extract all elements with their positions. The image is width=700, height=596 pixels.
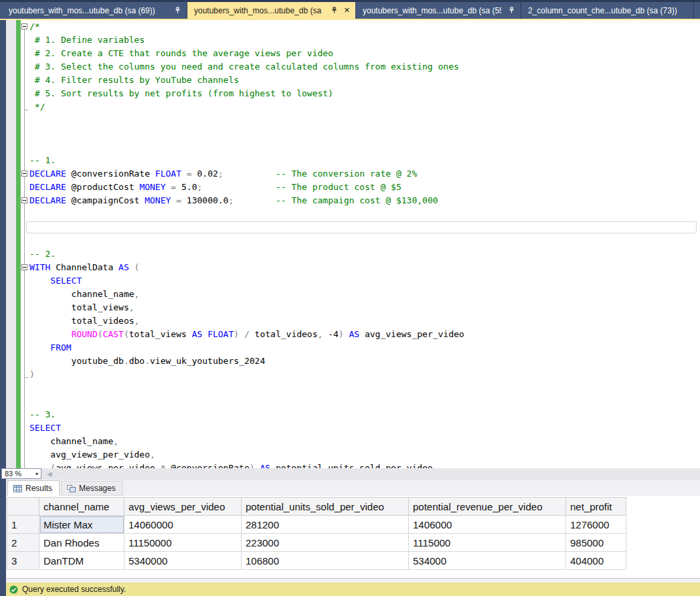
code-line-30: -- 3. — [6, 408, 700, 421]
editor-zoom-combo[interactable]: 83 % ▾ — [1, 468, 41, 479]
grid-row-header[interactable]: 2 — [7, 534, 39, 552]
document-tab-1[interactable]: youtubers_with_mos...utube_db (sa (69)) — [2, 2, 187, 19]
grid-cell[interactable]: Mister Max — [39, 516, 124, 534]
fold-collapse-box[interactable] — [21, 264, 27, 270]
close-icon[interactable]: ✕ — [344, 7, 350, 14]
code-line-4: # 3. Select the columns you need and cre… — [6, 60, 700, 74]
grid-column-header-avg_views_per_video[interactable]: avg_views_per_video — [124, 498, 242, 516]
code-text: DECLARE @productCost MONEY = 5.0; -- The… — [29, 181, 402, 194]
fold-region-end — [24, 110, 28, 110]
code-text: # 3. Select the columns you need and cre… — [29, 60, 459, 74]
code-token: ; — [218, 169, 224, 179]
code-token — [224, 169, 276, 179]
code-text: (avg_views_per_video * @conversionRate) … — [29, 462, 433, 468]
code-line-28 — [6, 381, 700, 395]
fold-collapse-box[interactable] — [21, 197, 27, 203]
code-line-3: # 2. Create a CTE that rounds the averag… — [6, 47, 700, 60]
grid-cell[interactable]: 281200 — [242, 516, 409, 534]
document-tab-title: youtubers_with_mos...utube_db (sa (56)) — [194, 6, 324, 15]
document-tab-4[interactable]: 2_column_count_che...utube_db (sa (73)) — [521, 2, 694, 19]
code-lines: /* # 1. Define variables # 2. Create a C… — [6, 20, 700, 468]
grid-cell[interactable]: 106800 — [242, 552, 409, 570]
code-token: FLOAT — [207, 329, 234, 339]
grid-cell[interactable]: 1115000 — [409, 534, 566, 552]
grid-cell[interactable]: 5340000 — [124, 552, 242, 570]
results-grid-icon — [13, 485, 22, 492]
code-token: total_views — [129, 329, 192, 339]
editor-horizontal-scrollbar[interactable] — [6, 468, 700, 480]
code-text: -- 1. — [29, 154, 56, 167]
grid-cell[interactable]: DanTDM — [39, 552, 124, 570]
code-token: youtube_db — [29, 356, 124, 366]
grid-body: 1Mister Max14060000281200140600012760002… — [7, 516, 626, 570]
code-text: DECLARE @conversionRate FLOAT = 0.02; --… — [29, 167, 417, 181]
code-line-7: */ — [6, 100, 700, 114]
code-token: # 4. Filter results by YouTube channels — [29, 75, 239, 85]
grid-cell[interactable]: 404000 — [566, 552, 626, 570]
code-line-34: (avg_views_per_video * @conversionRate) … — [6, 462, 700, 468]
pin-icon[interactable] — [331, 7, 338, 14]
pin-icon[interactable] — [508, 7, 515, 14]
grid-cell[interactable]: 11150000 — [124, 534, 242, 552]
code-token: MONEY — [145, 195, 171, 205]
grid-row-header[interactable]: 3 — [7, 552, 39, 570]
tab-results[interactable]: Results — [7, 480, 60, 496]
code-token: ) — [250, 463, 260, 468]
grid-cell[interactable]: 1406000 — [409, 516, 566, 534]
grid-cell[interactable]: Dan Rhodes — [39, 534, 124, 552]
document-tab-3[interactable]: youtubers_with_mos...utube_db (sa (55)) — [356, 2, 521, 19]
code-line-27: ) — [6, 368, 700, 381]
grid-cell[interactable]: 534000 — [409, 552, 566, 570]
code-line-23: total_videos, — [6, 314, 700, 328]
grid-row-header[interactable]: 1 — [7, 516, 39, 534]
sql-editor-surface[interactable]: /* # 1. Define variables # 2. Create a C… — [6, 20, 700, 468]
chevron-down-icon[interactable]: ▾ — [35, 471, 38, 477]
success-check-icon — [9, 585, 18, 594]
tab-results-label: Results — [25, 484, 52, 493]
code-line-25: FROM — [6, 341, 700, 355]
tab-messages[interactable]: Messages — [61, 481, 123, 496]
code-token: , — [150, 450, 155, 460]
code-token: -- 1. — [29, 155, 56, 165]
fold-collapse-box[interactable] — [21, 171, 27, 177]
table-row: 3DanTDM5340000106800534000404000 — [7, 552, 626, 570]
code-token: ) / — [234, 329, 254, 339]
fold-collapse-box[interactable] — [21, 23, 27, 29]
scroll-left-icon[interactable]: ◀ — [47, 469, 52, 479]
grid-corner-header[interactable] — [7, 498, 39, 516]
results-grid-wrap: channel_nameavg_views_per_videopotential… — [7, 497, 626, 570]
grid-header: channel_nameavg_views_per_videopotential… — [7, 498, 626, 516]
grid-cell[interactable]: 14060000 — [124, 516, 242, 534]
code-token: ( — [124, 329, 129, 339]
code-line-31: SELECT — [6, 421, 700, 435]
code-line-32: channel_name, — [6, 435, 700, 448]
code-line-17 — [6, 234, 700, 247]
code-text: # 5. Sort results by net profits (from h… — [29, 87, 333, 100]
grid-cell[interactable]: 1276000 — [566, 516, 626, 534]
grid-cell[interactable]: 223000 — [242, 534, 409, 552]
code-text: ROUND(CAST(total_views AS FLOAT) / total… — [29, 328, 464, 341]
grid-column-header-potential_revenue_per_video[interactable]: potential_revenue_per_video — [409, 498, 566, 516]
code-token: ( — [29, 463, 56, 468]
code-line-24: ROUND(CAST(total_views AS FLOAT) / total… — [6, 328, 700, 341]
code-text: # 1. Define variables — [29, 33, 145, 47]
code-token: total_videos — [29, 316, 135, 326]
document-tab-2[interactable]: youtubers_with_mos...utube_db (sa (56))✕ — [187, 2, 356, 19]
grid-cell[interactable]: 985000 — [566, 534, 626, 552]
code-token: # 1. Define variables — [29, 35, 145, 45]
code-text: total_views, — [29, 301, 135, 314]
code-text: /* — [29, 20, 40, 33]
code-token — [29, 276, 50, 286]
grid-column-header-potential_units_sold_per_video[interactable]: potential_units_sold_per_video — [242, 498, 409, 516]
messages-icon — [67, 485, 76, 492]
code-token — [29, 342, 50, 353]
grid-column-header-channel_name[interactable]: channel_name — [39, 498, 124, 516]
code-token: avg_views_per_video — [359, 329, 464, 339]
grid-column-header-net_profit[interactable]: net_profit — [566, 498, 626, 516]
code-text: -- 3. — [29, 408, 56, 421]
code-line-8 — [6, 114, 700, 127]
code-token — [202, 182, 276, 192]
code-token: . — [145, 356, 150, 366]
pin-icon[interactable] — [174, 7, 181, 14]
code-token: . — [124, 356, 129, 366]
